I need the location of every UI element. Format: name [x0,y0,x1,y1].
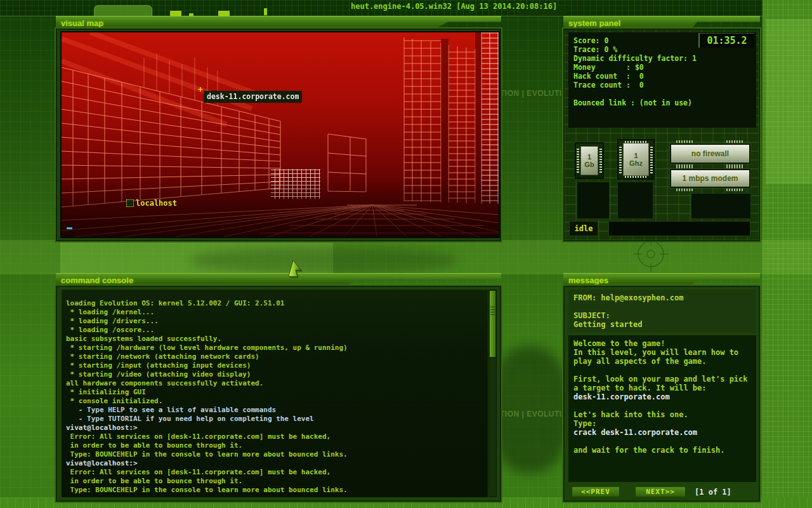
console-line: Error: All services on [desk-11.corporat… [66,468,488,477]
message-line [573,401,756,410]
system-panel-body: Score: 0Trace: 0 %Dynamic difficulty fac… [563,29,760,241]
message-line: First, look on your map and let's pick [573,375,756,384]
visual-map-header: visual map [56,16,501,29]
message-line: a target to hack. It will be: [573,384,756,392]
console-screen[interactable]: loading Evolution OS: kernel 5.12.002 / … [62,290,488,497]
empty-hardware-slot [691,193,751,219]
console-line: Type: BOUNCEHELP in the console to learn… [66,450,488,459]
map-cursor-dash [67,227,72,229]
hardware-zone: 1 Gb 1 Ghz no firewall [568,130,756,232]
message-content: Welcome to the game!In this level, you w… [568,335,756,482]
console-line: * starting /network (attaching network c… [66,352,488,361]
stat-line [573,90,756,98]
chip-pins [676,166,694,168]
console-line: * loading /kernel... [66,308,488,317]
console-line: all hardware components successfully act… [66,379,488,388]
modem-indicator: 1 mbps modem [670,169,750,188]
empty-hardware-slot [577,182,610,219]
message-line: FROM: help@exosyphen.com [573,293,756,302]
console-line: vivat@localhost:> [66,424,488,432]
messages-body: FROM: help@exosyphen.com SUBJECT:Getting… [563,286,760,502]
firewall-label: no firewall [691,149,729,158]
visual-map-display[interactable]: + desk-11.corporate.com localhost [62,32,499,237]
message-line: Type: [573,419,756,428]
modem-label: 1 mbps modem [682,174,738,183]
message-line [573,366,756,375]
console-line: - Type HELP to see a list of available c… [66,406,488,415]
activity-status: idle [569,221,598,236]
console-line: * initializing GUI [66,388,488,397]
messages-header: messages [563,273,760,286]
message-line: desk-11.corporate.com [573,392,756,401]
message-line: crack desk-11.corporate.com [573,428,756,437]
console-line: * starting /hardware (low level hardware… [66,344,488,352]
hidden-title-fragment [264,8,267,15]
firewall-indicator: no firewall [670,144,750,164]
visual-map-body: + desk-11.corporate.com localhost [56,29,501,241]
console-line: * loading /oscore... [66,326,488,335]
next-message-button[interactable]: NEXT>> [635,486,686,497]
system-panel: system panel Score: 0Trace: 0 %Dynamic d… [563,16,760,241]
command-console-body: loading Evolution OS: kernel 5.12.002 / … [56,286,501,502]
evolution-watermark: TION | EVOLUTION [500,410,561,418]
messages-panel: messages FROM: help@exosyphen.com SUBJEC… [563,273,760,502]
computer-node-icon [126,199,134,207]
messages-title: messages [568,274,608,286]
hidden-title-fragment [218,11,230,16]
cpu-chip-label: 1 Ghz [623,143,649,176]
prev-message-button[interactable]: <<PREV [572,486,620,497]
message-line: and wait for the crack to finish. [573,446,756,455]
system-panel-header: system panel [563,16,760,29]
console-line: - Type TUTORIAL if you need help on comp… [66,415,488,424]
message-page-indicator: [1 of 1] [695,488,731,497]
target-reticle-decoration [633,236,669,272]
console-line: * starting /input (attaching input devic… [66,361,488,370]
command-console-title: command console [61,274,133,286]
empty-hardware-slot [617,182,653,219]
right-strip-highlight [766,19,812,184]
message-line: Getting started [573,320,756,329]
console-scrollbar-thumb[interactable] [490,291,495,357]
level-timer: 01:35.2 [698,33,754,48]
console-line: * starting /video (attaching video displ… [66,370,488,379]
evolution-watermark: TION | EVOLUTION [500,89,561,98]
message-line [573,437,756,446]
message-line: SUBJECT: [573,311,756,320]
message-line: In this level, you will learn how to [573,348,756,357]
visual-map-title: visual map [61,17,103,29]
chip-pins [619,145,622,173]
chip-pins [577,149,579,173]
chip-pins [676,140,694,143]
chip-pins [726,140,744,143]
visual-map-panel: visual map [56,16,501,241]
engine-build-text: heut.engine-4.05.win32 [Aug 13 2014.20:0… [351,2,557,11]
map-target-label[interactable]: desk-11.corporate.com [204,91,302,103]
stat-line: Trace count : 0 [573,81,756,90]
console-line: Type: BOUNCEHELP in the console to learn… [66,486,488,495]
console-line: basic subsystems loaded successfully. [66,335,488,344]
console-line: Error: All services on [desk-11.corporat… [66,432,488,441]
message-envelope: FROM: help@exosyphen.com SUBJECT:Getting… [568,290,756,333]
chip-pins [726,189,744,191]
ram-chip-label: 1 Gb [580,146,598,175]
message-line [573,302,756,311]
command-console-header: command console [56,273,501,286]
console-scrollbar[interactable] [488,290,497,497]
console-line: in order to be able to bounce through it… [66,441,488,450]
chip-pins [726,166,744,168]
console-line: * console initialized. [66,397,488,406]
stat-line: Money : $0 [573,63,756,72]
target-crosshair-icon: + [198,84,203,94]
scrollbar-grip-icon [490,306,495,315]
ram-chip: 1 Gb [575,142,604,179]
map-localhost-label: localhost [136,199,177,208]
cpu-chip: 1 Ghz [617,139,655,180]
map-localhost-node[interactable]: localhost [126,199,177,208]
stat-line: Dynamic difficulty factor: 1 [573,54,756,63]
console-line: * loading /drivers... [66,317,488,326]
stat-line: Hack count : 0 [573,72,756,81]
command-console-panel: command console loading Evolution OS: ke… [56,273,501,502]
console-line: in order to be able to bounce through it… [66,477,488,486]
system-panel-title: system panel [568,17,620,29]
console-line: loading Evolution OS: kernel 5.12.002 / … [66,299,488,308]
